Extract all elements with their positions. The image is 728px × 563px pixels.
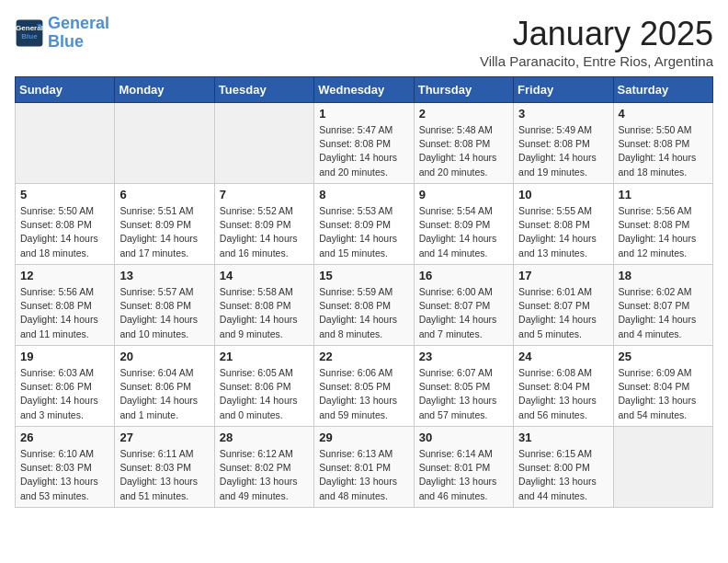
header-tuesday: Tuesday bbox=[214, 77, 313, 103]
location-subtitle: Villa Paranacito, Entre Rios, Argentina bbox=[480, 53, 713, 69]
calendar-cell: 15Sunrise: 5:59 AMSunset: 8:08 PMDayligh… bbox=[314, 265, 414, 346]
day-info: Sunrise: 6:01 AMSunset: 8:07 PMDaylight:… bbox=[518, 285, 608, 341]
day-info: Sunrise: 6:05 AMSunset: 8:06 PMDaylight:… bbox=[220, 366, 309, 422]
day-number: 10 bbox=[518, 188, 608, 201]
calendar-cell: 1Sunrise: 5:47 AMSunset: 8:08 PMDaylight… bbox=[314, 103, 414, 184]
day-info: Sunrise: 6:03 AMSunset: 8:06 PMDaylight:… bbox=[20, 366, 109, 422]
day-number: 3 bbox=[518, 107, 608, 121]
calendar-cell bbox=[613, 427, 712, 508]
day-number: 14 bbox=[220, 269, 309, 282]
day-info: Sunrise: 5:47 AMSunset: 8:08 PMDaylight:… bbox=[319, 123, 408, 179]
day-number: 2 bbox=[419, 107, 508, 121]
svg-text:Blue: Blue bbox=[21, 32, 38, 40]
day-info: Sunrise: 5:48 AMSunset: 8:08 PMDaylight:… bbox=[419, 123, 508, 179]
day-number: 27 bbox=[119, 431, 209, 444]
calendar-cell: 6Sunrise: 5:51 AMSunset: 8:09 PMDaylight… bbox=[115, 184, 214, 265]
calendar-cell: 28Sunrise: 6:12 AMSunset: 8:02 PMDayligh… bbox=[214, 427, 313, 508]
day-number: 1 bbox=[319, 107, 408, 121]
day-info: Sunrise: 6:14 AMSunset: 8:01 PMDaylight:… bbox=[419, 447, 508, 503]
day-number: 31 bbox=[518, 431, 608, 444]
day-info: Sunrise: 6:07 AMSunset: 8:05 PMDaylight:… bbox=[419, 366, 508, 422]
calendar-cell: 21Sunrise: 6:05 AMSunset: 8:06 PMDayligh… bbox=[214, 346, 313, 427]
logo: General Blue General Blue bbox=[15, 15, 109, 52]
title-block: January 2025 Villa Paranacito, Entre Rio… bbox=[480, 15, 713, 69]
day-info: Sunrise: 6:15 AMSunset: 8:00 PMDaylight:… bbox=[518, 447, 608, 503]
calendar-cell: 26Sunrise: 6:10 AMSunset: 8:03 PMDayligh… bbox=[16, 427, 115, 508]
calendar-cell: 3Sunrise: 5:49 AMSunset: 8:08 PMDaylight… bbox=[514, 103, 613, 184]
day-info: Sunrise: 5:50 AMSunset: 8:08 PMDaylight:… bbox=[619, 123, 708, 179]
calendar-cell: 20Sunrise: 6:04 AMSunset: 8:06 PMDayligh… bbox=[115, 346, 214, 427]
day-number: 18 bbox=[619, 269, 708, 282]
day-info: Sunrise: 5:54 AMSunset: 8:09 PMDaylight:… bbox=[419, 204, 508, 260]
day-number: 17 bbox=[518, 269, 608, 282]
day-number: 24 bbox=[518, 350, 608, 363]
week-row-2: 5Sunrise: 5:50 AMSunset: 8:08 PMDaylight… bbox=[16, 184, 713, 265]
day-info: Sunrise: 5:53 AMSunset: 8:09 PMDaylight:… bbox=[319, 204, 408, 260]
calendar-cell: 23Sunrise: 6:07 AMSunset: 8:05 PMDayligh… bbox=[414, 346, 513, 427]
header-monday: Monday bbox=[115, 77, 214, 103]
header-thursday: Thursday bbox=[414, 77, 513, 103]
calendar-cell: 22Sunrise: 6:06 AMSunset: 8:05 PMDayligh… bbox=[314, 346, 414, 427]
calendar-cell: 13Sunrise: 5:57 AMSunset: 8:08 PMDayligh… bbox=[115, 265, 214, 346]
calendar-cell: 2Sunrise: 5:48 AMSunset: 8:08 PMDaylight… bbox=[414, 103, 513, 184]
calendar-cell: 18Sunrise: 6:02 AMSunset: 8:07 PMDayligh… bbox=[613, 265, 712, 346]
day-info: Sunrise: 5:56 AMSunset: 8:08 PMDaylight:… bbox=[619, 204, 708, 260]
day-number: 19 bbox=[20, 350, 109, 363]
week-row-5: 26Sunrise: 6:10 AMSunset: 8:03 PMDayligh… bbox=[16, 427, 713, 508]
day-number: 28 bbox=[220, 431, 309, 444]
calendar-cell: 25Sunrise: 6:09 AMSunset: 8:04 PMDayligh… bbox=[613, 346, 712, 427]
day-info: Sunrise: 5:56 AMSunset: 8:08 PMDaylight:… bbox=[20, 285, 109, 341]
day-number: 8 bbox=[319, 188, 408, 201]
day-number: 5 bbox=[20, 188, 109, 201]
logo-line1: General bbox=[48, 14, 109, 32]
day-number: 21 bbox=[220, 350, 309, 363]
calendar-cell: 30Sunrise: 6:14 AMSunset: 8:01 PMDayligh… bbox=[414, 427, 513, 508]
calendar-cell: 12Sunrise: 5:56 AMSunset: 8:08 PMDayligh… bbox=[16, 265, 115, 346]
day-info: Sunrise: 6:13 AMSunset: 8:01 PMDaylight:… bbox=[319, 447, 408, 503]
day-number: 13 bbox=[119, 269, 209, 282]
calendar-cell: 17Sunrise: 6:01 AMSunset: 8:07 PMDayligh… bbox=[514, 265, 613, 346]
header-saturday: Saturday bbox=[613, 77, 712, 103]
header-wednesday: Wednesday bbox=[314, 77, 414, 103]
calendar-cell: 8Sunrise: 5:53 AMSunset: 8:09 PMDaylight… bbox=[314, 184, 414, 265]
day-info: Sunrise: 6:10 AMSunset: 8:03 PMDaylight:… bbox=[20, 447, 109, 503]
day-info: Sunrise: 6:08 AMSunset: 8:04 PMDaylight:… bbox=[518, 366, 608, 422]
calendar-cell: 29Sunrise: 6:13 AMSunset: 8:01 PMDayligh… bbox=[314, 427, 414, 508]
day-info: Sunrise: 5:59 AMSunset: 8:08 PMDaylight:… bbox=[319, 285, 408, 341]
day-number: 4 bbox=[619, 107, 708, 121]
day-info: Sunrise: 6:11 AMSunset: 8:03 PMDaylight:… bbox=[119, 447, 209, 503]
calendar-cell bbox=[115, 103, 214, 184]
day-number: 25 bbox=[619, 350, 708, 363]
header-row: SundayMondayTuesdayWednesdayThursdayFrid… bbox=[16, 77, 713, 103]
day-number: 6 bbox=[119, 188, 209, 201]
day-info: Sunrise: 5:57 AMSunset: 8:08 PMDaylight:… bbox=[119, 285, 209, 341]
day-number: 9 bbox=[419, 188, 508, 201]
logo-icon: General Blue bbox=[15, 18, 44, 48]
day-info: Sunrise: 6:00 AMSunset: 8:07 PMDaylight:… bbox=[419, 285, 508, 341]
day-info: Sunrise: 5:55 AMSunset: 8:08 PMDaylight:… bbox=[518, 204, 608, 260]
calendar-cell bbox=[16, 103, 115, 184]
day-info: Sunrise: 6:12 AMSunset: 8:02 PMDaylight:… bbox=[220, 447, 309, 503]
week-row-3: 12Sunrise: 5:56 AMSunset: 8:08 PMDayligh… bbox=[16, 265, 713, 346]
calendar-cell: 19Sunrise: 6:03 AMSunset: 8:06 PMDayligh… bbox=[16, 346, 115, 427]
calendar-cell: 5Sunrise: 5:50 AMSunset: 8:08 PMDaylight… bbox=[16, 184, 115, 265]
month-title: January 2025 bbox=[480, 15, 713, 53]
calendar-cell: 24Sunrise: 6:08 AMSunset: 8:04 PMDayligh… bbox=[514, 346, 613, 427]
calendar-cell: 10Sunrise: 5:55 AMSunset: 8:08 PMDayligh… bbox=[514, 184, 613, 265]
day-info: Sunrise: 6:06 AMSunset: 8:05 PMDaylight:… bbox=[319, 366, 408, 422]
day-number: 7 bbox=[220, 188, 309, 201]
calendar-cell: 11Sunrise: 5:56 AMSunset: 8:08 PMDayligh… bbox=[613, 184, 712, 265]
calendar-cell: 31Sunrise: 6:15 AMSunset: 8:00 PMDayligh… bbox=[514, 427, 613, 508]
calendar-table: SundayMondayTuesdayWednesdayThursdayFrid… bbox=[15, 76, 713, 508]
page-header: General Blue General Blue January 2025 V… bbox=[15, 15, 713, 69]
day-number: 23 bbox=[419, 350, 508, 363]
day-info: Sunrise: 5:50 AMSunset: 8:08 PMDaylight:… bbox=[20, 204, 109, 260]
logo-line2: Blue bbox=[48, 32, 84, 51]
day-info: Sunrise: 6:09 AMSunset: 8:04 PMDaylight:… bbox=[619, 366, 708, 422]
day-number: 29 bbox=[319, 431, 408, 444]
day-number: 26 bbox=[20, 431, 109, 444]
calendar-cell: 4Sunrise: 5:50 AMSunset: 8:08 PMDaylight… bbox=[613, 103, 712, 184]
header-friday: Friday bbox=[514, 77, 613, 103]
day-info: Sunrise: 5:49 AMSunset: 8:08 PMDaylight:… bbox=[518, 123, 608, 179]
day-info: Sunrise: 6:02 AMSunset: 8:07 PMDaylight:… bbox=[619, 285, 708, 341]
